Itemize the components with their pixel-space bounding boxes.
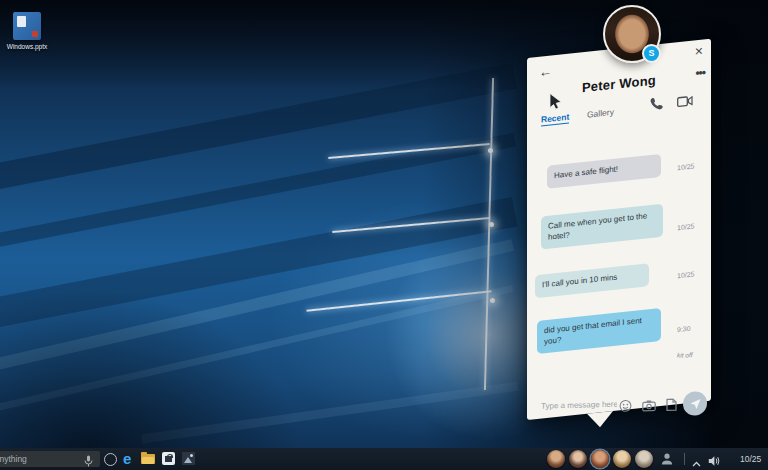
- volume-icon[interactable]: [708, 453, 721, 470]
- emoji-icon[interactable]: [619, 398, 632, 416]
- skype-presence-badge: S: [642, 44, 661, 63]
- taskbar-contact-4[interactable]: [613, 450, 631, 468]
- desktop-screen: Windows.pptx S ← × ••• Peter Wong Recent…: [0, 0, 768, 470]
- powerpoint-file-icon: [13, 12, 41, 40]
- taskbar-contact-5[interactable]: [635, 450, 653, 468]
- file-explorer-icon[interactable]: [141, 454, 155, 464]
- message-input[interactable]: [539, 399, 619, 412]
- message-timestamp: 10/25: [677, 222, 695, 231]
- message-timestamp: 10/25: [677, 270, 695, 279]
- message-timestamp: 10/25: [677, 162, 695, 171]
- back-arrow-icon[interactable]: ←: [539, 63, 552, 79]
- edge-icon[interactable]: e: [123, 450, 131, 467]
- chat-message-bubble: Have a safe flight!: [547, 154, 661, 188]
- photos-icon[interactable]: [182, 452, 195, 465]
- desktop-file-label: Windows.pptx: [4, 43, 50, 50]
- close-icon[interactable]: ×: [695, 43, 703, 60]
- taskbar-contact-1[interactable]: [547, 450, 565, 468]
- message-timestamp: 9:30: [677, 325, 691, 333]
- tab-recent[interactable]: Recent: [541, 112, 569, 127]
- cortana-icon[interactable]: [104, 453, 117, 466]
- skype-chat-flyout: S ← × ••• Peter Wong Recent Gallery Have…: [527, 39, 711, 420]
- desktop-file-icon[interactable]: Windows.pptx: [4, 12, 50, 50]
- store-icon[interactable]: [162, 452, 175, 465]
- send-button[interactable]: [683, 391, 707, 416]
- chat-message-bubble: Call me when you get to the hotel?: [541, 204, 663, 250]
- file-attach-icon[interactable]: [666, 397, 677, 415]
- video-camera-icon[interactable]: [677, 93, 693, 113]
- wallpaper-shade-corner: [0, 290, 300, 470]
- tab-gallery[interactable]: Gallery: [587, 107, 614, 120]
- chat-message-bubble: did you get that email I sent you?: [537, 308, 661, 354]
- microphone-icon[interactable]: [84, 453, 93, 470]
- taskbar-contact-2[interactable]: [569, 450, 587, 468]
- chevron-up-icon[interactable]: [692, 454, 701, 470]
- chat-message-bubble: I'll call you in 10 mins: [535, 263, 649, 297]
- message-status-note: kit off: [677, 351, 693, 358]
- people-icon[interactable]: [660, 452, 674, 470]
- taskbar: Ask me anything e 10/25: [0, 448, 768, 470]
- tray-divider: [684, 453, 685, 465]
- taskbar-clock[interactable]: 10/25: [740, 448, 761, 470]
- message-composer: [527, 389, 711, 422]
- taskbar-contact-3[interactable]: [591, 450, 609, 468]
- contact-avatar[interactable]: S: [603, 5, 661, 63]
- camera-icon[interactable]: [642, 398, 656, 416]
- phone-icon[interactable]: [649, 96, 663, 115]
